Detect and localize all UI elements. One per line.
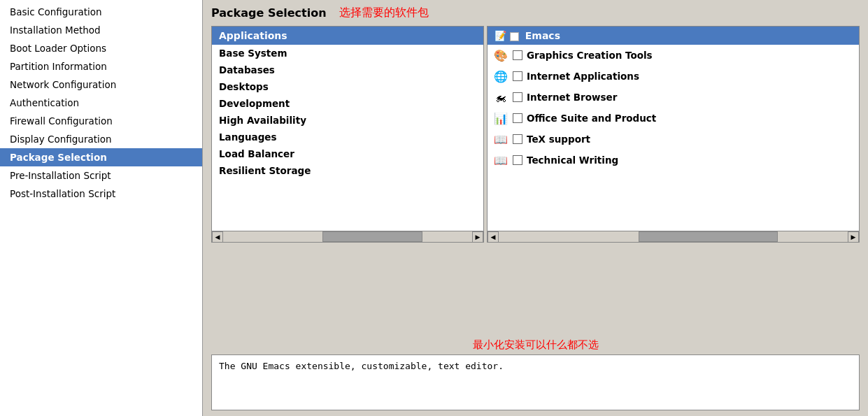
internet-browser-label: Internet Browser — [527, 92, 617, 103]
right-list-header-checkbox[interactable] — [510, 32, 519, 41]
internet-apps-icon: 🌐 — [493, 69, 508, 84]
sidebar-item-boot-loader-options[interactable]: Boot Loader Options — [0, 39, 202, 57]
right-hscroll-track[interactable] — [499, 231, 848, 242]
sidebar-item-network-configuration[interactable]: Network Configuration — [0, 76, 202, 94]
right-hscroll-thumb[interactable] — [639, 231, 778, 242]
graphics-checkbox[interactable] — [513, 50, 522, 60]
list-item-databases[interactable]: Databases — [212, 62, 483, 78]
list-item-development[interactable]: Development — [212, 95, 483, 112]
list-item-desktops[interactable]: Desktops — [212, 78, 483, 95]
internet-apps-checkbox[interactable] — [513, 71, 522, 81]
graphics-icon: 🎨 — [493, 48, 508, 63]
internet-apps-label: Internet Applications — [527, 71, 639, 82]
right-list-item-technical-writing[interactable]: 📖 Technical Writing — [488, 150, 859, 171]
sidebar-item-package-selection[interactable]: Package Selection — [0, 148, 202, 166]
tex-label: TeX support — [527, 134, 590, 145]
right-list-panel: 📝 Emacs 🎨 Graphics Creation Tools 🌐 Inte… — [487, 26, 860, 243]
sidebar-item-display-configuration[interactable]: Display Configuration — [0, 130, 202, 148]
technical-writing-icon: 📖 — [493, 152, 508, 168]
page-header: Package Selection 选择需要的软件包 — [211, 6, 860, 20]
right-list-item-graphics[interactable]: 🎨 Graphics Creation Tools — [488, 45, 859, 66]
right-hscroll-left-btn[interactable]: ◀ — [488, 231, 499, 243]
subtitle-zh: 选择需要的软件包 — [339, 6, 429, 20]
main-content: Package Selection 选择需要的软件包 Applications … — [203, 0, 868, 416]
office-suite-label: Office Suite and Product — [527, 113, 656, 124]
tex-icon: 📖 — [493, 131, 508, 147]
right-list-header-icon: 📝 — [495, 30, 510, 41]
bottom-area: 最小化安装可以什么都不选 The GNU Emacs extensible, c… — [211, 336, 860, 410]
list-item-languages[interactable]: Languages — [212, 129, 483, 145]
left-hscroll-bar[interactable]: ◀ ▶ — [212, 231, 483, 242]
office-suite-icon: 📊 — [493, 110, 508, 126]
sidebar-item-partition-information[interactable]: Partition Information — [0, 57, 202, 76]
right-list-header: 📝 Emacs — [488, 27, 859, 45]
sidebar-item-basic-configuration[interactable]: Basic Configuration — [0, 3, 202, 21]
sidebar: Basic Configuration Installation Method … — [0, 0, 203, 416]
left-list-panel: Applications Base System Databases Deskt… — [211, 26, 484, 243]
right-hscroll-bar[interactable]: ◀ ▶ — [488, 231, 859, 242]
page-title: Package Selection — [211, 6, 327, 20]
list-item-resilient-storage[interactable]: Resilient Storage — [212, 162, 483, 179]
left-hscroll-right-btn[interactable]: ▶ — [472, 231, 483, 243]
right-list-header-label: Emacs — [525, 30, 560, 41]
sidebar-item-pre-installation-script[interactable]: Pre-Installation Script — [0, 166, 202, 185]
right-list-item-internet-browser[interactable]: 🏍 Internet Browser — [488, 87, 859, 108]
right-list-item-tex[interactable]: 📖 TeX support — [488, 129, 859, 150]
lists-area: Applications Base System Databases Deskt… — [211, 26, 860, 334]
internet-browser-checkbox[interactable] — [513, 92, 522, 102]
office-suite-checkbox[interactable] — [513, 113, 522, 123]
list-item-high-availability[interactable]: High Availability — [212, 112, 483, 129]
sidebar-item-installation-method[interactable]: Installation Method — [0, 21, 202, 39]
right-list-scroll[interactable]: 🎨 Graphics Creation Tools 🌐 Internet App… — [488, 45, 859, 231]
left-list-scroll[interactable]: Base System Databases Desktops Developme… — [212, 45, 483, 231]
left-list-header: Applications — [212, 27, 483, 45]
tex-checkbox[interactable] — [513, 134, 522, 144]
right-hscroll-right-btn[interactable]: ▶ — [848, 231, 859, 243]
left-hscroll-thumb[interactable] — [322, 231, 422, 242]
sidebar-item-authentication[interactable]: Authentication — [0, 94, 202, 112]
description-box: The GNU Emacs extensible, customizable, … — [211, 354, 860, 410]
sidebar-item-firewall-configuration[interactable]: Firewall Configuration — [0, 112, 202, 130]
technical-writing-checkbox[interactable] — [513, 155, 522, 165]
internet-browser-icon: 🏍 — [493, 89, 508, 105]
right-list-item-office-suite[interactable]: 📊 Office Suite and Product — [488, 108, 859, 129]
sidebar-item-post-installation-script[interactable]: Post-Installation Script — [0, 185, 202, 203]
left-hscroll-track[interactable] — [223, 231, 472, 242]
left-hscroll-left-btn[interactable]: ◀ — [212, 231, 223, 243]
graphics-label: Graphics Creation Tools — [527, 50, 653, 61]
list-item-base-system[interactable]: Base System — [212, 45, 483, 62]
right-list-item-internet-apps[interactable]: 🌐 Internet Applications — [488, 66, 859, 87]
bottom-note-zh: 最小化安装可以什么都不选 — [211, 336, 860, 354]
list-item-load-balancer[interactable]: Load Balancer — [212, 145, 483, 162]
technical-writing-label: Technical Writing — [527, 155, 618, 166]
